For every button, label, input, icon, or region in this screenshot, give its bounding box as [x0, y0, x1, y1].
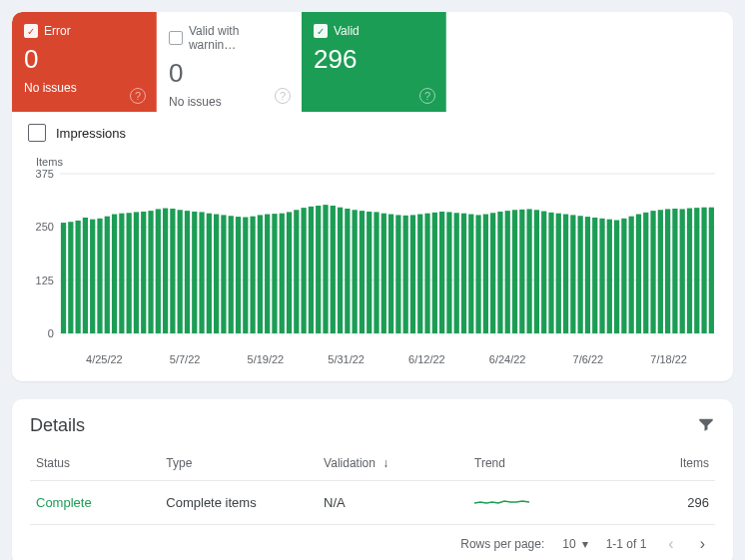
col-trend[interactable]: Trend: [468, 446, 619, 481]
cell-validation: N/A: [318, 481, 468, 525]
tab-error[interactable]: ✓ Error 0 No issues ?: [12, 12, 157, 112]
tab-error-count: 0: [24, 44, 144, 75]
svg-text:125: 125: [36, 275, 54, 286]
svg-rect-17: [127, 213, 132, 333]
svg-rect-24: [178, 210, 183, 333]
col-items[interactable]: Items: [619, 446, 715, 481]
svg-rect-33: [243, 218, 248, 333]
svg-rect-32: [236, 217, 241, 333]
svg-rect-92: [672, 209, 677, 333]
svg-rect-85: [621, 219, 626, 333]
col-status[interactable]: Status: [30, 446, 160, 481]
svg-rect-37: [272, 214, 277, 333]
tab-valid-with-warnings[interactable]: Valid with warnin… 0 No issues ?: [157, 12, 302, 112]
svg-rect-29: [214, 215, 219, 333]
rows-per-page-label: Rows per page:: [460, 537, 544, 551]
svg-rect-60: [439, 212, 444, 333]
svg-rect-21: [156, 209, 161, 333]
svg-rect-48: [353, 210, 358, 333]
chevron-down-icon: ▾: [582, 537, 588, 551]
next-page-button[interactable]: ›: [696, 535, 709, 553]
svg-rect-57: [417, 215, 422, 333]
svg-rect-86: [629, 217, 634, 333]
svg-rect-8: [61, 223, 66, 333]
svg-rect-91: [665, 209, 670, 333]
help-icon[interactable]: ?: [130, 88, 146, 104]
svg-rect-10: [75, 221, 80, 333]
svg-rect-20: [148, 211, 153, 333]
tab-error-label: Error: [44, 24, 71, 38]
items-bar-chart: 0125250375: [24, 168, 721, 347]
details-title: Details: [30, 415, 85, 436]
svg-rect-36: [265, 215, 270, 333]
trend-sparkline: [474, 495, 529, 510]
help-icon[interactable]: ?: [419, 88, 435, 104]
rows-per-page-select[interactable]: 10 ▾: [562, 537, 587, 551]
filter-icon[interactable]: [697, 415, 715, 436]
svg-rect-51: [373, 212, 378, 333]
col-validation-label: Validation: [324, 456, 375, 470]
svg-rect-46: [338, 208, 343, 333]
checkbox-checked-icon: ✓: [314, 24, 328, 38]
svg-rect-61: [446, 212, 451, 333]
svg-rect-52: [381, 214, 386, 333]
page-range: 1-1 of 1: [606, 537, 647, 551]
table-row[interactable]: Complete Complete items N/A 296: [30, 481, 715, 525]
tab-warn-count: 0: [169, 58, 289, 89]
svg-rect-75: [548, 213, 553, 333]
svg-text:250: 250: [36, 221, 54, 233]
svg-rect-47: [345, 209, 350, 333]
col-validation[interactable]: Validation ↓: [318, 446, 468, 481]
svg-rect-59: [432, 213, 437, 333]
svg-rect-19: [141, 212, 146, 333]
svg-rect-43: [316, 206, 321, 333]
svg-rect-11: [83, 218, 88, 333]
details-card: Details Status Type Validation ↓ Trend I…: [12, 399, 733, 560]
help-icon[interactable]: ?: [275, 88, 291, 104]
impressions-label: Impressions: [56, 126, 126, 141]
svg-rect-55: [403, 216, 408, 333]
svg-rect-90: [658, 210, 663, 333]
svg-rect-56: [410, 215, 415, 333]
tab-valid-label: Valid: [334, 24, 360, 38]
details-table: Status Type Validation ↓ Trend Items Com…: [30, 446, 715, 524]
svg-rect-38: [280, 214, 285, 333]
svg-rect-87: [636, 215, 641, 333]
svg-rect-80: [585, 217, 590, 333]
svg-rect-30: [221, 215, 226, 333]
svg-rect-45: [331, 206, 336, 333]
impressions-toggle-row: Impressions: [12, 112, 733, 146]
svg-rect-53: [388, 215, 393, 333]
col-type[interactable]: Type: [160, 446, 318, 481]
svg-rect-67: [490, 213, 495, 333]
svg-rect-97: [709, 208, 714, 333]
svg-rect-68: [497, 212, 502, 333]
svg-rect-65: [475, 215, 480, 333]
cell-trend: [468, 481, 619, 525]
xaxis-labels: 4/25/225/7/225/19/225/31/226/12/226/24/2…: [24, 347, 721, 365]
svg-rect-22: [163, 209, 168, 333]
svg-text:375: 375: [36, 168, 54, 180]
svg-rect-25: [185, 211, 190, 333]
svg-rect-14: [105, 217, 110, 333]
svg-rect-44: [323, 205, 328, 333]
svg-rect-66: [483, 215, 488, 333]
table-pager: Rows per page: 10 ▾ 1-1 of 1 ‹ ›: [30, 524, 715, 553]
svg-rect-96: [701, 208, 706, 333]
impressions-checkbox[interactable]: [28, 124, 46, 142]
svg-rect-82: [599, 219, 604, 333]
svg-rect-83: [607, 220, 612, 333]
cell-items: 296: [619, 481, 715, 525]
sort-desc-icon: ↓: [382, 456, 388, 470]
svg-rect-70: [512, 210, 517, 333]
checkbox-checked-icon: ✓: [24, 24, 38, 38]
cell-type: Complete items: [160, 481, 318, 525]
svg-rect-88: [643, 213, 648, 333]
tab-warn-issues: No issues: [169, 95, 289, 109]
svg-rect-71: [519, 210, 524, 333]
svg-rect-79: [578, 216, 583, 333]
svg-rect-94: [687, 209, 692, 333]
tab-valid[interactable]: ✓ Valid 296 ?: [302, 12, 446, 112]
status-tabs: ✓ Error 0 No issues ? Valid with warnin……: [12, 12, 733, 112]
prev-page-button[interactable]: ‹: [664, 535, 677, 553]
